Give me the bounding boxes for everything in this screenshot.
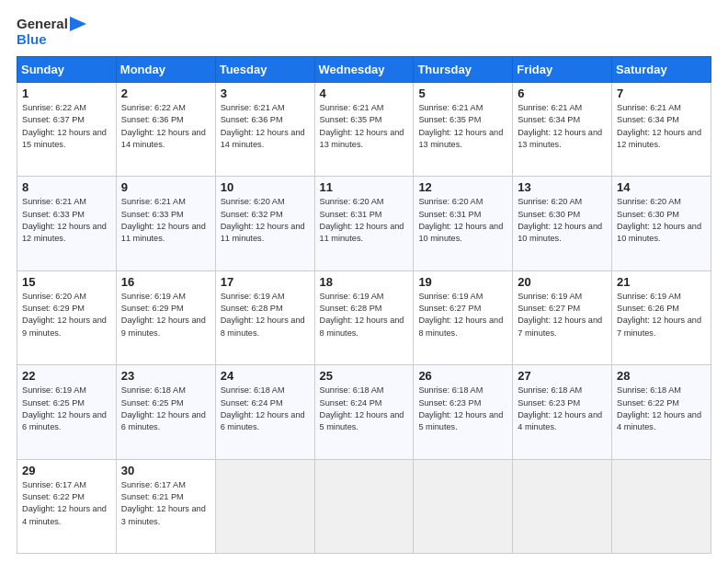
- table-cell: [414, 459, 513, 553]
- day-number: 17: [221, 275, 310, 289]
- day-number: 7: [617, 86, 706, 100]
- cell-info: Sunrise: 6:19 AM Sunset: 6:27 PM Dayligh…: [418, 291, 507, 339]
- table-cell: 29 Sunrise: 6:17 AM Sunset: 6:22 PM Dayl…: [17, 459, 117, 553]
- cell-info: Sunrise: 6:18 AM Sunset: 6:24 PM Dayligh…: [320, 385, 409, 433]
- day-number: 21: [617, 275, 706, 289]
- page: General Blue Sunday Monday Tuesday Wedne…: [0, 0, 728, 563]
- cell-info: Sunrise: 6:19 AM Sunset: 6:26 PM Dayligh…: [617, 291, 706, 339]
- table-cell: 14 Sunrise: 6:20 AM Sunset: 6:30 PM Dayl…: [612, 177, 711, 270]
- table-cell: 9 Sunrise: 6:21 AM Sunset: 6:33 PM Dayli…: [116, 177, 215, 270]
- day-number: 28: [617, 369, 706, 383]
- table-cell: 4 Sunrise: 6:21 AM Sunset: 6:35 PM Dayli…: [314, 83, 414, 177]
- cell-info: Sunrise: 6:18 AM Sunset: 6:23 PM Dayligh…: [418, 385, 507, 433]
- cell-info: Sunrise: 6:22 AM Sunset: 6:37 PM Dayligh…: [22, 102, 111, 151]
- cell-info: Sunrise: 6:21 AM Sunset: 6:33 PM Dayligh…: [121, 196, 210, 245]
- cell-info: Sunrise: 6:21 AM Sunset: 6:33 PM Dayligh…: [22, 196, 111, 245]
- day-number: 25: [320, 369, 409, 383]
- cell-info: Sunrise: 6:20 AM Sunset: 6:31 PM Dayligh…: [418, 196, 507, 245]
- logo-blue: Blue: [17, 32, 47, 48]
- day-number: 15: [22, 275, 111, 289]
- table-cell: 21 Sunrise: 6:19 AM Sunset: 6:26 PM Dayl…: [612, 270, 711, 364]
- cell-info: Sunrise: 6:19 AM Sunset: 6:25 PM Dayligh…: [22, 385, 111, 433]
- day-number: 24: [221, 369, 310, 383]
- table-cell: 27 Sunrise: 6:18 AM Sunset: 6:23 PM Dayl…: [513, 365, 612, 459]
- table-cell: 11 Sunrise: 6:20 AM Sunset: 6:31 PM Dayl…: [314, 177, 414, 270]
- table-cell: 24 Sunrise: 6:18 AM Sunset: 6:24 PM Dayl…: [215, 365, 314, 459]
- table-cell: 23 Sunrise: 6:18 AM Sunset: 6:25 PM Dayl…: [116, 365, 215, 459]
- cell-info: Sunrise: 6:20 AM Sunset: 6:31 PM Dayligh…: [320, 196, 409, 245]
- col-friday: Friday: [513, 57, 612, 83]
- col-monday: Monday: [116, 57, 215, 83]
- cell-info: Sunrise: 6:21 AM Sunset: 6:36 PM Dayligh…: [221, 102, 310, 151]
- day-number: 12: [418, 180, 507, 194]
- col-wednesday: Wednesday: [314, 57, 414, 83]
- day-number: 4: [320, 86, 409, 100]
- logo: General Blue: [17, 17, 86, 47]
- header: General Blue: [17, 17, 711, 47]
- cell-info: Sunrise: 6:21 AM Sunset: 6:35 PM Dayligh…: [320, 102, 409, 151]
- col-saturday: Saturday: [612, 57, 711, 83]
- cell-info: Sunrise: 6:20 AM Sunset: 6:32 PM Dayligh…: [221, 196, 310, 245]
- day-number: 8: [22, 180, 111, 194]
- day-number: 5: [418, 86, 507, 100]
- cell-info: Sunrise: 6:19 AM Sunset: 6:28 PM Dayligh…: [221, 291, 310, 339]
- col-tuesday: Tuesday: [215, 57, 314, 83]
- table-cell: 18 Sunrise: 6:19 AM Sunset: 6:28 PM Dayl…: [314, 270, 414, 364]
- table-cell: 25 Sunrise: 6:18 AM Sunset: 6:24 PM Dayl…: [314, 365, 414, 459]
- day-number: 10: [221, 180, 310, 194]
- table-cell: [215, 459, 314, 553]
- table-cell: 26 Sunrise: 6:18 AM Sunset: 6:23 PM Dayl…: [414, 365, 513, 459]
- cell-info: Sunrise: 6:21 AM Sunset: 6:34 PM Dayligh…: [617, 102, 706, 151]
- day-number: 29: [22, 464, 111, 477]
- table-cell: 16 Sunrise: 6:19 AM Sunset: 6:29 PM Dayl…: [116, 270, 215, 364]
- table-cell: 1 Sunrise: 6:22 AM Sunset: 6:37 PM Dayli…: [17, 83, 117, 177]
- day-number: 20: [518, 275, 607, 289]
- cell-info: Sunrise: 6:19 AM Sunset: 6:29 PM Dayligh…: [121, 291, 210, 339]
- table-cell: 8 Sunrise: 6:21 AM Sunset: 6:33 PM Dayli…: [17, 177, 117, 270]
- calendar-header-row: Sunday Monday Tuesday Wednesday Thursday…: [17, 57, 711, 83]
- calendar-row: 22 Sunrise: 6:19 AM Sunset: 6:25 PM Dayl…: [17, 365, 711, 459]
- day-number: 13: [518, 180, 607, 194]
- table-cell: 3 Sunrise: 6:21 AM Sunset: 6:36 PM Dayli…: [215, 83, 314, 177]
- cell-info: Sunrise: 6:20 AM Sunset: 6:29 PM Dayligh…: [22, 291, 111, 339]
- cell-info: Sunrise: 6:19 AM Sunset: 6:28 PM Dayligh…: [320, 291, 409, 339]
- day-number: 27: [518, 369, 607, 383]
- cell-info: Sunrise: 6:20 AM Sunset: 6:30 PM Dayligh…: [518, 196, 607, 245]
- day-number: 22: [22, 369, 111, 383]
- table-cell: 28 Sunrise: 6:18 AM Sunset: 6:22 PM Dayl…: [612, 365, 711, 459]
- cell-info: Sunrise: 6:17 AM Sunset: 6:21 PM Dayligh…: [121, 479, 210, 528]
- table-cell: 7 Sunrise: 6:21 AM Sunset: 6:34 PM Dayli…: [612, 83, 711, 177]
- day-number: 14: [617, 180, 706, 194]
- table-cell: 2 Sunrise: 6:22 AM Sunset: 6:36 PM Dayli…: [116, 83, 215, 177]
- day-number: 3: [221, 86, 310, 100]
- day-number: 9: [121, 180, 210, 194]
- day-number: 2: [121, 86, 210, 100]
- svg-marker-0: [70, 17, 86, 31]
- day-number: 6: [518, 86, 607, 100]
- logo-arrow-icon: [70, 17, 86, 31]
- table-cell: 20 Sunrise: 6:19 AM Sunset: 6:27 PM Dayl…: [513, 270, 612, 364]
- logo-general: General: [17, 17, 68, 32]
- day-number: 30: [121, 464, 210, 477]
- table-cell: 12 Sunrise: 6:20 AM Sunset: 6:31 PM Dayl…: [414, 177, 513, 270]
- calendar-row: 29 Sunrise: 6:17 AM Sunset: 6:22 PM Dayl…: [17, 459, 711, 553]
- calendar-row: 8 Sunrise: 6:21 AM Sunset: 6:33 PM Dayli…: [17, 177, 711, 270]
- cell-info: Sunrise: 6:22 AM Sunset: 6:36 PM Dayligh…: [121, 102, 210, 151]
- day-number: 23: [121, 369, 210, 383]
- table-cell: 6 Sunrise: 6:21 AM Sunset: 6:34 PM Dayli…: [513, 83, 612, 177]
- cell-info: Sunrise: 6:18 AM Sunset: 6:24 PM Dayligh…: [221, 385, 310, 433]
- table-cell: [314, 459, 414, 553]
- col-sunday: Sunday: [17, 57, 117, 83]
- table-cell: 17 Sunrise: 6:19 AM Sunset: 6:28 PM Dayl…: [215, 270, 314, 364]
- day-number: 11: [320, 180, 409, 194]
- cell-info: Sunrise: 6:19 AM Sunset: 6:27 PM Dayligh…: [518, 291, 607, 339]
- table-cell: 15 Sunrise: 6:20 AM Sunset: 6:29 PM Dayl…: [17, 270, 117, 364]
- cell-info: Sunrise: 6:20 AM Sunset: 6:30 PM Dayligh…: [617, 196, 706, 245]
- table-cell: 22 Sunrise: 6:19 AM Sunset: 6:25 PM Dayl…: [17, 365, 117, 459]
- table-cell: 13 Sunrise: 6:20 AM Sunset: 6:30 PM Dayl…: [513, 177, 612, 270]
- table-cell: 10 Sunrise: 6:20 AM Sunset: 6:32 PM Dayl…: [215, 177, 314, 270]
- calendar-table: Sunday Monday Tuesday Wednesday Thursday…: [17, 56, 711, 554]
- day-number: 18: [320, 275, 409, 289]
- day-number: 1: [22, 86, 111, 100]
- day-number: 16: [121, 275, 210, 289]
